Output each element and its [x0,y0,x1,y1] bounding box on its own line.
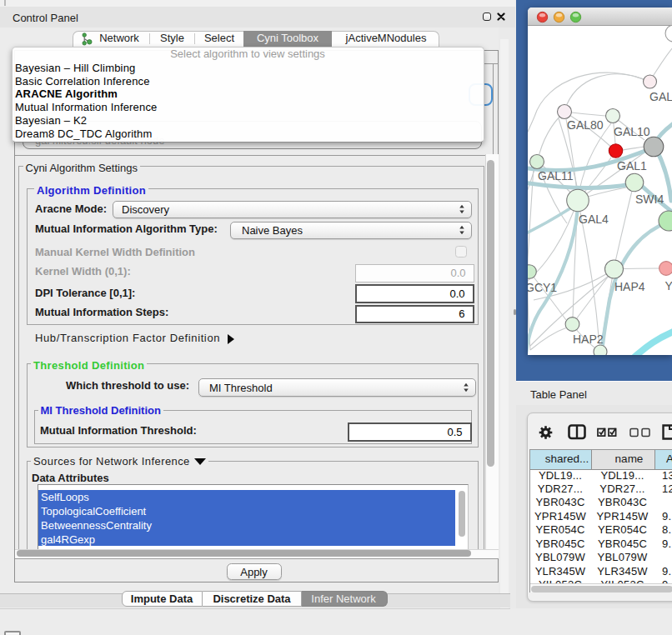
svg-text:Y: Y [665,279,672,292]
svg-text:SWI4: SWI4 [635,192,664,206]
svg-text:HAP2: HAP2 [573,332,604,346]
svg-text:GAL11: GAL11 [538,169,574,182]
svg-text:GCY1: GCY1 [528,281,557,294]
svg-text:HAP4: HAP4 [614,280,645,293]
svg-text:GAL7: GAL7 [649,90,672,103]
svg-text:GAL1: GAL1 [617,159,647,172]
svg-text:GAL4: GAL4 [579,212,609,226]
svg-text:GAL10: GAL10 [614,125,650,138]
svg-text:GAL80: GAL80 [567,118,604,132]
